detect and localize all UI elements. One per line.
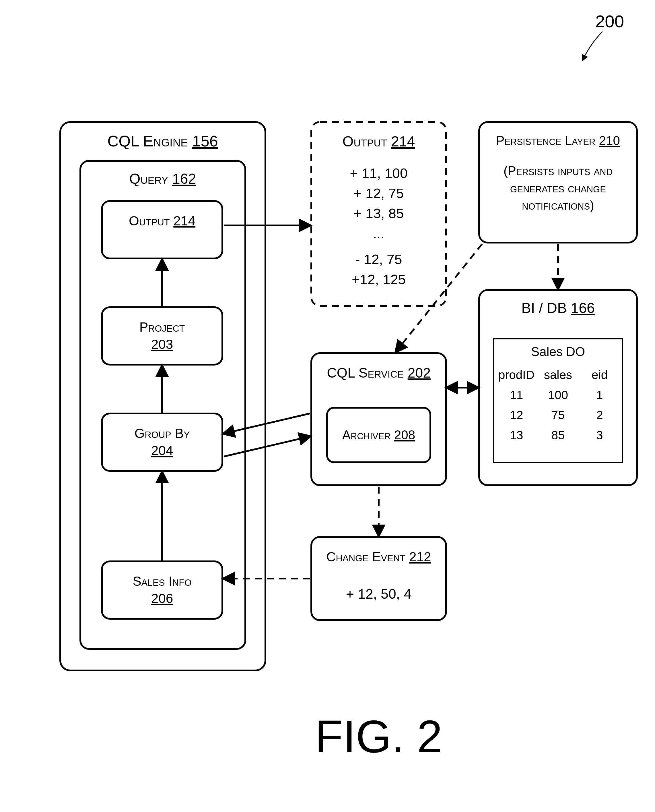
td: 75 [551,408,565,422]
archiver-title: Archiver 208 [342,428,415,442]
op-groupby-box [102,413,222,471]
op-output-box [102,201,222,259]
svg-text:+ 11, 100: + 11, 100 [350,166,408,181]
cql-engine-title: CQL Engine 156 [107,133,218,149]
persistence-title: Persistence Layer 210 [496,134,620,148]
op-salesinfo-title: Sales Info [132,574,192,589]
change-event-payload: + 12, 50, 4 [346,586,411,601]
persistence-caption2: generates change [510,181,606,195]
th-prodid: prodID [498,368,535,382]
op-output-title: Output 214 [129,213,195,228]
figure-ref: 200 [595,12,624,31]
op-salesinfo-box [102,561,222,619]
output-block-title: Output 214 [343,134,415,149]
svg-text:+ 12, 75: + 12, 75 [354,186,404,201]
th-sales: sales [544,368,572,382]
persistence-caption3: notifications) [522,198,594,212]
figure-label: FIG. 2 [315,711,443,762]
td: 1 [596,388,603,402]
td: 11 [510,388,523,402]
sales-do-title: Sales DO [531,345,585,359]
op-project-title: Project [140,320,185,334]
svg-text:- 12, 75: - 12, 75 [355,252,402,267]
bidb-title: BI / DB 166 [521,300,595,316]
op-groupby-title: Group By [134,426,190,441]
svg-text:...: ... [373,226,384,241]
td: 100 [548,388,568,402]
svg-text:+12, 125: +12, 125 [352,272,406,287]
op-project-box [102,307,222,365]
op-project-ref: 203 [151,337,173,352]
th-eid: eid [592,368,608,382]
td: 85 [551,428,565,442]
cql-service-title: CQL Service 202 [327,365,431,381]
change-event-title: Change Event 212 [326,549,431,564]
td: 13 [510,428,523,442]
td: 2 [596,408,603,422]
op-salesinfo-ref: 206 [151,591,173,606]
svg-text:+ 13, 85: + 13, 85 [354,206,404,221]
td: 12 [510,408,523,422]
query-title: Query 162 [129,171,196,187]
td: 3 [596,428,603,442]
persistence-caption1: (Persists inputs and [504,164,612,178]
op-groupby-ref: 204 [151,443,173,458]
